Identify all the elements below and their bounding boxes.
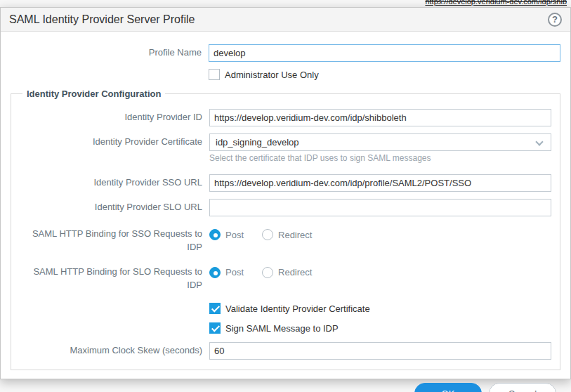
clock-skew-label: Maximum Clock Skew (seconds) [20, 344, 209, 358]
sso-binding-redirect-radio[interactable] [262, 229, 273, 240]
background-page: https://develop.veridium-dev.com/idp/shi… [0, 0, 571, 392]
validate-cert-checkbox[interactable] [209, 303, 221, 314]
idp-id-input[interactable] [209, 109, 551, 126]
admin-use-only-label: Administrator Use Only [225, 70, 319, 80]
ok-button[interactable]: OK [414, 383, 482, 392]
validate-cert-label: Validate Identity Provider Certificate [225, 303, 370, 314]
profile-name-row: Profile Name [11, 44, 560, 62]
idp-certificate-help-text: Select the certificate that IDP uses to … [209, 153, 431, 163]
profile-name-input[interactable] [209, 44, 560, 62]
sso-binding-options: Post Redirect [209, 228, 312, 240]
sso-binding-label: SAML HTTP Binding for SSO Requests to ID… [20, 228, 209, 254]
profile-name-label: Profile Name [11, 46, 209, 60]
slo-binding-redirect-radio[interactable] [262, 267, 273, 278]
slo-binding-row: SAML HTTP Binding for SLO Requests to ID… [20, 266, 551, 292]
saml-idp-server-profile-dialog: SAML Identity Provider Server Profile ? … [0, 7, 571, 379]
idp-certificate-label: Identity Provider Certificate [20, 136, 209, 149]
sign-saml-label: Sign SAML Message to IDP [225, 323, 339, 334]
chevron-down-icon [535, 138, 543, 145]
sso-binding-row: SAML HTTP Binding for SSO Requests to ID… [20, 228, 551, 254]
idp-id-row: Identity Provider ID [20, 109, 551, 126]
slo-binding-label: SAML HTTP Binding for SLO Requests to ID… [20, 266, 209, 292]
background-url-text: https://develop.veridium-dev.com/idp/shi… [425, 0, 567, 6]
validate-cert-row: Validate Identity Provider Certificate [20, 303, 551, 314]
sign-saml-checkbox[interactable] [209, 322, 221, 334]
idp-certificate-row: Identity Provider Certificate idp_signin… [20, 133, 551, 151]
slo-url-label: Identity Provider SLO URL [20, 201, 209, 214]
idp-certificate-select[interactable]: idp_signing_develop [209, 133, 551, 151]
cancel-button[interactable]: Cancel [489, 383, 556, 392]
sso-binding-post-radio[interactable] [209, 229, 221, 240]
sso-url-input[interactable] [209, 174, 551, 192]
dialog-header: SAML Identity Provider Server Profile ? [1, 8, 570, 32]
slo-url-input[interactable] [209, 199, 551, 216]
dialog-title: SAML Identity Provider Server Profile [9, 13, 195, 26]
sso-binding-redirect-option[interactable]: Redirect [262, 229, 312, 240]
clock-skew-row: Maximum Clock Skew (seconds) [20, 342, 551, 360]
slo-binding-redirect-option[interactable]: Redirect [262, 267, 312, 278]
clock-skew-input[interactable] [209, 342, 551, 360]
dialog-footer: OK Cancel [11, 379, 560, 392]
sso-url-label: Identity Provider SSO URL [20, 176, 209, 190]
admin-use-only-row: Administrator Use Only [11, 69, 560, 80]
sso-url-row: Identity Provider SSO URL [20, 174, 551, 192]
identity-provider-configuration-section: Identity Provider Configuration Identity… [11, 89, 560, 370]
idp-certificate-value: idp_signing_develop [216, 137, 299, 148]
sso-binding-post-option[interactable]: Post [209, 229, 244, 240]
slo-binding-post-radio[interactable] [209, 267, 221, 278]
idp-certificate-help-row: Select the certificate that IDP uses to … [20, 153, 551, 163]
slo-binding-options: Post Redirect [209, 266, 312, 278]
help-icon[interactable]: ? [548, 13, 562, 27]
admin-use-only-checkbox[interactable] [209, 69, 220, 80]
slo-url-row: Identity Provider SLO URL [20, 199, 551, 216]
idp-id-label: Identity Provider ID [20, 111, 209, 124]
section-title: Identity Provider Configuration [22, 89, 165, 99]
dialog-body: Profile Name Administrator Use Only Iden… [1, 32, 570, 392]
slo-binding-post-option[interactable]: Post [209, 267, 244, 278]
sign-saml-row: Sign SAML Message to IDP [20, 322, 551, 334]
